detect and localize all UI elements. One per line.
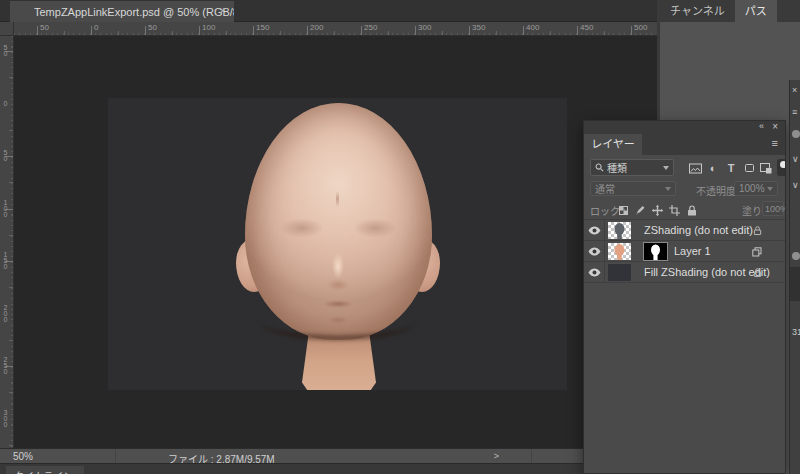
layer-thumbnail[interactable] <box>608 222 631 239</box>
smart-object-filter-icon[interactable] <box>758 161 774 175</box>
layer-lock-badge-icon <box>751 266 763 279</box>
collapse-panel-icon[interactable]: « <box>759 121 764 131</box>
layers-panel: « × レイヤー ≡ 種類 ◐ T <box>583 120 786 474</box>
ruler-label: 150 <box>1 251 10 269</box>
ruler-label: 500 <box>634 23 647 32</box>
ruler-label: 300 <box>1 409 10 427</box>
status-bar: 50% ファイル : 2.87M/9.57M > <box>0 448 583 463</box>
visibility-eye-icon[interactable] <box>584 241 605 262</box>
ruler-label: 400 <box>526 23 539 32</box>
visibility-eye-icon[interactable] <box>584 220 605 241</box>
timeline-panel-edge: タイムライン <box>0 463 583 474</box>
jaw-shadow <box>260 302 416 340</box>
ruler-label: 450 <box>580 23 593 32</box>
zoom-level-field[interactable]: 50% <box>13 451 33 462</box>
ruler-label: 50 <box>1 149 10 161</box>
blend-opacity-row: 通常 不透明度 : 100% <box>584 181 785 201</box>
vertical-ruler: 50 0 50 100 150 200 250 300 <box>0 36 14 448</box>
opacity-value: 100% <box>739 183 765 194</box>
layer-name[interactable]: ZShading (do not edit) <box>644 224 753 236</box>
lock-fill-row: ロック : 塗り : 100% <box>584 201 785 221</box>
tab-channels[interactable]: チャンネル <box>660 0 735 22</box>
status-info-box: ファイル : 2.87M/9.57M > <box>115 449 532 463</box>
menu-icon: ≡ <box>792 107 797 117</box>
fill-select: 100% <box>762 201 784 216</box>
ruler-label: 150 <box>256 23 269 32</box>
document-image[interactable] <box>108 98 567 390</box>
status-options-chevron[interactable]: > <box>494 451 499 461</box>
fill-value: 100% <box>765 204 786 214</box>
pixel-layer-filter-icon[interactable] <box>687 161 703 175</box>
chevron-down-icon <box>663 166 669 170</box>
photoshop-window: TempZAppLinkExport.psd @ 50% (RGB/8#) * … <box>0 0 800 474</box>
type-layer-filter-icon[interactable]: T <box>723 161 739 175</box>
layer-filter-row: 種類 ◐ T <box>584 157 785 181</box>
ruler-label: 350 <box>472 23 485 32</box>
panel-menu-icon[interactable]: ≡ <box>772 137 778 149</box>
toggle-knob <box>780 161 787 168</box>
ruler-label: 0 <box>1 100 10 106</box>
collapsed-dock-sliver: × ≡ ∨ ∨ 31. <box>789 80 800 474</box>
lock-position-icon[interactable] <box>650 203 665 217</box>
document-tab-bar: TempZAppLinkExport.psd @ 50% (RGB/8#) * … <box>0 0 657 22</box>
search-icon <box>595 163 604 172</box>
ruler-label: 0 <box>94 23 98 32</box>
layer-row-fill-zshading[interactable]: Fill ZShading (do not edit) <box>584 262 785 283</box>
filter-toggle-switch[interactable] <box>777 159 786 176</box>
chevron-down-icon: ∨ <box>792 180 799 190</box>
ruler-label: 100 <box>202 23 215 32</box>
dock-tab-strip: チャンネル パス <box>660 0 800 22</box>
layer-mask-thumbnail[interactable] <box>644 243 667 260</box>
file-size-info: ファイル : 2.87M/9.57M <box>168 451 275 463</box>
lock-pixels-brush-icon[interactable] <box>633 203 648 217</box>
chevron-down-icon <box>665 187 671 191</box>
filter-kind-dropdown[interactable]: 種類 <box>590 159 674 176</box>
forehead-crease <box>336 191 339 207</box>
close-panel-icon[interactable]: × <box>772 121 778 132</box>
layer-list: ZShading (do not edit) Layer 1 <box>584 219 785 283</box>
tab-timeline[interactable]: タイムライン <box>6 466 84 474</box>
document-tab[interactable]: TempZAppLinkExport.psd @ 50% (RGB/8#) * … <box>10 1 234 22</box>
nose-shadow <box>323 277 353 293</box>
text-fragment: 31. <box>792 327 800 337</box>
ruler-label: 300 <box>418 23 431 32</box>
ruler-label: 50 <box>148 23 157 32</box>
ruler-label: 250 <box>364 23 377 32</box>
layer-thumbnail[interactable] <box>608 243 631 260</box>
layers-panel-header: « × <box>584 121 785 134</box>
layer-name[interactable]: Layer 1 <box>674 245 711 257</box>
toggle-dot-icon <box>792 130 800 138</box>
lock-transparency-icon[interactable] <box>616 203 631 217</box>
lock-all-icon[interactable] <box>684 203 699 217</box>
layer-row-layer1[interactable]: Layer 1 <box>584 241 785 262</box>
right-eye-shading <box>346 215 404 241</box>
chevron-down-icon <box>767 187 773 191</box>
blend-mode-value: 通常 <box>595 181 615 196</box>
layers-panel-tabrow: レイヤー ≡ <box>584 134 785 155</box>
ruler-label: 50 <box>40 23 49 32</box>
shape-layer-filter-icon[interactable] <box>741 161 757 175</box>
ruler-origin-corner <box>0 22 14 36</box>
layer-copy-badge-icon <box>751 245 763 258</box>
ruler-label: 200 <box>310 23 323 32</box>
document-title: TempZAppLinkExport.psd @ 50% (RGB/8#) * <box>34 6 234 18</box>
adjustment-layer-filter-icon[interactable]: ◐ <box>705 161 721 175</box>
lock-artboard-icon[interactable] <box>667 203 682 217</box>
scrollbar-dot[interactable] <box>792 252 800 260</box>
close-icon: × <box>792 85 797 95</box>
ruler-label: 100 <box>1 199 10 217</box>
tab-paths[interactable]: パス <box>735 0 777 22</box>
layer-row-zshading[interactable]: ZShading (do not edit) <box>584 220 785 241</box>
horizontal-ruler: 50 0 50 100 150 200 250 300 350 400 450 … <box>14 22 657 36</box>
layer-lock-badge-icon <box>751 224 763 237</box>
visibility-eye-icon[interactable] <box>584 262 605 283</box>
ruler-label: 250 <box>1 356 10 374</box>
tab-layers[interactable]: レイヤー <box>584 134 642 155</box>
thumbnail-fragment <box>790 267 800 301</box>
ruler-label: 200 <box>1 304 10 322</box>
close-document-icon[interactable]: × <box>219 4 226 18</box>
canvas-viewport[interactable] <box>14 36 657 448</box>
filter-kind-label: 種類 <box>607 160 663 175</box>
layer-thumbnail[interactable] <box>608 264 631 281</box>
left-eye-shading <box>273 215 331 241</box>
